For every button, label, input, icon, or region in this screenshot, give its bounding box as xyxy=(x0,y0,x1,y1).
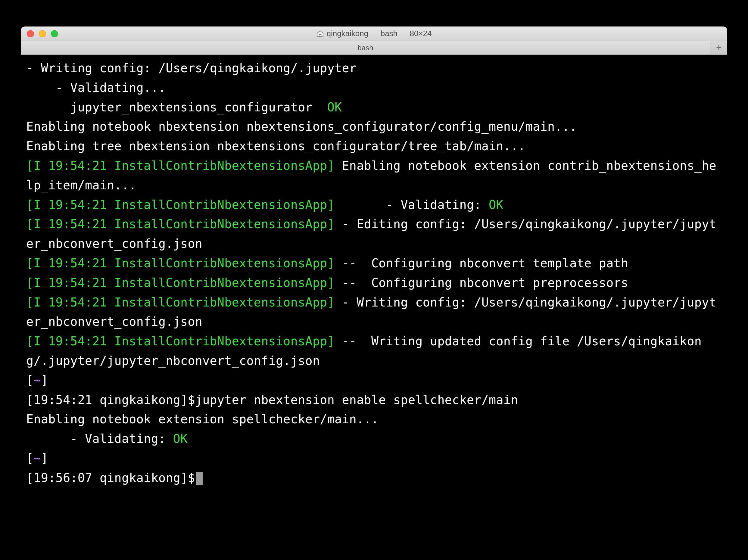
terminal-content[interactable]: - Writing config: /Users/qingkaikong/.ju… xyxy=(21,55,727,534)
tab-bar: bash + xyxy=(21,41,727,55)
output-line: - Validating: xyxy=(26,432,173,446)
home-folder-icon xyxy=(316,30,324,38)
ok-status: OK xyxy=(173,432,188,446)
ok-status: OK xyxy=(489,198,504,212)
plus-icon: + xyxy=(716,42,722,53)
output-line: jupyter_nbextensions_configurator xyxy=(26,100,320,114)
tab-label: bash xyxy=(357,44,373,52)
log-tag: [I 19:54:21 InstallContribNbextensionsAp… xyxy=(26,276,334,289)
log-tag: [I 19:54:21 InstallContribNbextensionsAp… xyxy=(26,198,334,212)
window-title: qingkaikong — bash — 80×24 xyxy=(21,29,727,38)
new-tab-button[interactable]: + xyxy=(710,41,727,54)
output-line: Enabling notebook extension spellchecker… xyxy=(26,412,378,426)
log-tag: [I 19:54:21 InstallContribNbextensionsAp… xyxy=(26,217,334,231)
output-line: -- Configuring nbconvert preprocessors xyxy=(334,276,628,289)
output-line: - Validating... xyxy=(26,81,166,95)
prompt: [19:54:21 qingkaikong]$ xyxy=(26,393,195,407)
log-tag: [I 19:54:21 InstallContribNbextensionsAp… xyxy=(26,295,334,309)
log-tag: [I 19:54:21 InstallContribNbextensionsAp… xyxy=(26,334,334,348)
output-line: Enabling tree nbextension nbextensions_c… xyxy=(26,139,525,153)
bracket: [ xyxy=(26,373,33,387)
window-titlebar[interactable]: qingkaikong — bash — 80×24 xyxy=(21,26,727,41)
log-tag: [I 19:54:21 InstallContribNbextensionsAp… xyxy=(26,256,334,270)
output-line: - Writing config: /Users/qingkaikong/.ju… xyxy=(26,61,356,75)
cwd-path: ~ xyxy=(33,451,41,465)
prompt: [19:56:07 qingkaikong]$ xyxy=(26,471,195,485)
tab-bash[interactable]: bash xyxy=(21,41,710,54)
bracket: ] xyxy=(41,373,48,387)
title-text: qingkaikong — bash — 80×24 xyxy=(326,29,431,38)
command: jupyter nbextension enable spellchecker/… xyxy=(195,393,518,407)
bracket: [ xyxy=(26,451,33,465)
log-tag: [I 19:54:21 InstallContribNbextensionsAp… xyxy=(26,159,334,172)
ok-status: OK xyxy=(320,100,342,114)
output-line: Enabling notebook nbextension nbextensio… xyxy=(26,119,577,133)
cwd-path: ~ xyxy=(33,373,41,387)
cursor-icon xyxy=(196,472,203,485)
terminal-window: qingkaikong — bash — 80×24 bash + - Writ… xyxy=(21,26,727,534)
output-line: - Validating: xyxy=(334,198,489,212)
output-line: -- Configuring nbconvert template path xyxy=(334,256,628,270)
bracket: ] xyxy=(41,451,48,465)
